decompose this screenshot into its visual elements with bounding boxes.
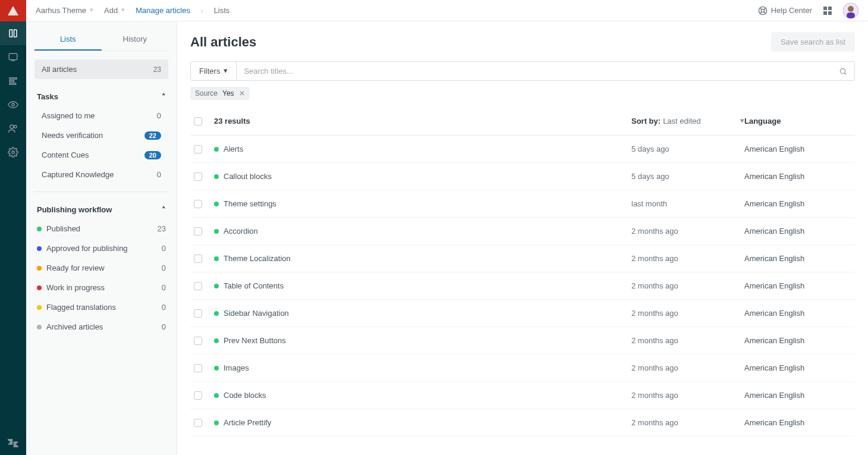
row-checkbox[interactable]: [194, 255, 202, 263]
column-language: Language: [744, 117, 851, 125]
brand-logo[interactable]: [0, 0, 26, 21]
row-checkbox[interactable]: [194, 337, 202, 345]
apps-icon[interactable]: [823, 6, 832, 15]
table-row[interactable]: Alerts5 days agoAmerican English: [190, 136, 855, 163]
sidebar-item-count: 0: [162, 322, 166, 331]
sidebar-item-workflow[interactable]: Work in progress0: [34, 278, 168, 297]
status-dot-icon: [214, 229, 219, 234]
sidebar-item-task[interactable]: Assigned to me0: [34, 106, 168, 125]
status-dot-icon: [37, 285, 42, 290]
article-title: Sidebar Navigation: [224, 309, 289, 318]
row-checkbox[interactable]: [194, 172, 202, 181]
close-icon[interactable]: ✕: [239, 89, 245, 98]
svg-rect-3: [10, 80, 14, 81]
table-row[interactable]: Callout blocks5 days agoAmerican English: [190, 163, 855, 190]
rail-eye-icon[interactable]: [0, 93, 26, 117]
sidebar-item-task[interactable]: Needs verification22: [34, 125, 168, 145]
sidebar-item-label: Ready for review: [46, 263, 105, 272]
language: American English: [744, 363, 851, 372]
help-center-link[interactable]: Help Center: [758, 6, 812, 15]
sidebar-section-tasks[interactable]: Tasks ˄: [34, 89, 168, 106]
sidebar-item-label: Published: [46, 224, 80, 233]
content-area: All articles Save search as list Filters…: [177, 21, 868, 455]
sidebar-item-task[interactable]: Content Cues20: [34, 145, 168, 165]
last-edited: 2 months ago: [631, 418, 744, 427]
lifebuoy-icon: [758, 6, 768, 15]
sidebar-item-workflow[interactable]: Flagged translations0: [34, 297, 168, 317]
row-checkbox[interactable]: [194, 145, 202, 153]
status-dot-icon: [214, 393, 219, 398]
table-row[interactable]: Code blocks2 months agoAmerican English: [190, 382, 855, 409]
sidebar-item-count: 0: [162, 283, 166, 292]
chevron-up-icon: ˄: [162, 205, 166, 214]
sidebar-item-workflow[interactable]: Ready for review0: [34, 258, 168, 278]
table-row[interactable]: Table of Contents2 months agoAmerican En…: [190, 272, 855, 300]
sidebar-item-label: Needs verification: [42, 131, 103, 140]
sidebar-section-workflow[interactable]: Publishing workflow ˄: [34, 202, 168, 219]
row-checkbox[interactable]: [194, 309, 202, 318]
language: American English: [744, 199, 851, 208]
sidebar-item-count: 23: [153, 65, 161, 74]
rail-settings-icon[interactable]: [0, 140, 26, 164]
rail-users-icon[interactable]: [0, 117, 26, 140]
svg-point-18: [840, 68, 845, 73]
article-title: Images: [224, 363, 249, 372]
breadcrumb-current: Lists: [214, 6, 230, 15]
table-row[interactable]: Theme settingslast monthAmerican English: [190, 190, 855, 218]
rail-arrange-icon[interactable]: [0, 69, 26, 93]
svg-rect-4: [10, 83, 16, 84]
add-menu[interactable]: Add ▾: [104, 6, 125, 15]
breadcrumb-manage-articles[interactable]: Manage articles: [136, 6, 190, 15]
sidebar: Lists History All articles 23 Tasks ˄ As…: [26, 21, 177, 455]
select-all-checkbox[interactable]: [194, 117, 202, 125]
table-row[interactable]: Images2 months agoAmerican English: [190, 354, 855, 382]
tab-lists[interactable]: Lists: [34, 30, 102, 51]
language: American English: [744, 254, 851, 263]
article-title: Alerts: [224, 145, 243, 153]
save-search-button[interactable]: Save search as list: [771, 32, 855, 52]
chip-value: Yes: [222, 89, 234, 98]
language: American English: [744, 336, 851, 345]
rail-moderate-icon[interactable]: [0, 45, 26, 69]
table-row[interactable]: Prev Next Buttons2 months agoAmerican En…: [190, 327, 855, 354]
status-dot-icon: [214, 256, 219, 261]
user-avatar[interactable]: [843, 3, 858, 18]
sidebar-item-workflow[interactable]: Archived articles0: [34, 317, 168, 337]
tab-history[interactable]: History: [102, 30, 169, 51]
search-input[interactable]: [237, 62, 832, 80]
sidebar-item-label: Flagged translations: [46, 303, 116, 312]
table-row[interactable]: Theme Localization2 months agoAmerican E…: [190, 245, 855, 272]
chevron-down-icon: ▾: [224, 66, 228, 75]
search-icon[interactable]: [832, 67, 854, 76]
table-row[interactable]: Accordion2 months agoAmerican English: [190, 218, 855, 245]
row-checkbox[interactable]: [194, 200, 202, 208]
sidebar-item-task[interactable]: Captured Knowledge0: [34, 165, 168, 184]
sidebar-item-all-articles[interactable]: All articles 23: [34, 59, 168, 79]
last-edited: last month: [631, 199, 744, 208]
rail-knowledge-icon[interactable]: [0, 21, 26, 45]
svg-point-6: [10, 125, 14, 128]
sidebar-item-workflow[interactable]: Approved for publishing0: [34, 239, 168, 258]
rail-zendesk-icon[interactable]: [0, 431, 26, 455]
article-title: Theme settings: [224, 199, 276, 208]
filter-chip-source[interactable]: Source Yes ✕: [190, 87, 250, 100]
row-checkbox[interactable]: [194, 364, 202, 372]
row-checkbox[interactable]: [194, 282, 202, 290]
svg-point-7: [14, 125, 17, 128]
sidebar-item-label: Captured Knowledge: [42, 170, 114, 179]
status-dot-icon: [37, 266, 42, 271]
workspace-switcher[interactable]: Aarhus Theme ▾: [36, 6, 93, 15]
svg-point-8: [12, 151, 15, 154]
article-title: Article Prettify: [224, 418, 271, 427]
filters-button[interactable]: Filters ▾: [191, 62, 237, 80]
table-row[interactable]: Article Prettify2 months agoAmerican Eng…: [190, 409, 855, 437]
row-checkbox[interactable]: [194, 419, 202, 427]
sidebar-item-count: 0: [157, 170, 161, 179]
row-checkbox[interactable]: [194, 391, 202, 400]
sort-dropdown[interactable]: Sort by: Last edited ▾: [631, 117, 744, 125]
sidebar-item-workflow[interactable]: Published23: [34, 219, 168, 239]
chevron-down-icon: ▾: [740, 116, 744, 125]
row-checkbox[interactable]: [194, 227, 202, 236]
table-row[interactable]: Sidebar Navigation2 months agoAmerican E…: [190, 300, 855, 327]
last-edited: 2 months ago: [631, 227, 744, 236]
